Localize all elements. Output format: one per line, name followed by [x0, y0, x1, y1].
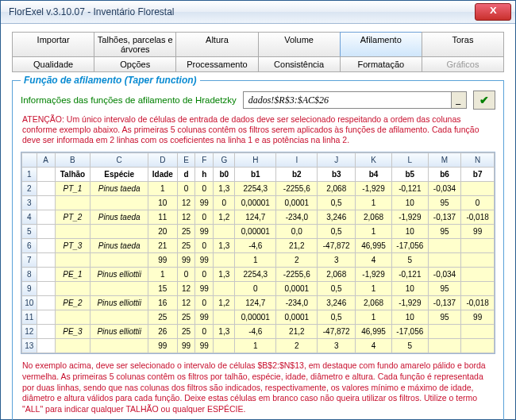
check-icon: ✔	[479, 94, 489, 106]
cell-r8-c8: -2255,6	[276, 268, 318, 282]
cell-r12-c1: PE_3	[55, 325, 90, 339]
header-b3: b3	[318, 168, 356, 182]
cell-r2-c12: -0,034	[428, 182, 461, 196]
range-input-wrap: _	[243, 91, 467, 109]
tab-processamento[interactable]: Processamento	[175, 56, 258, 72]
cell-r8-c3: 1	[148, 268, 177, 282]
cell-r8-c5: 0	[195, 268, 214, 282]
cell-r2-c9: 2,068	[318, 182, 356, 196]
cell-r11-c4: 25	[177, 310, 195, 325]
cell-r12-c6: 1,3	[214, 325, 235, 339]
cell-r7-c10: 4	[356, 253, 392, 268]
tab-afilamento[interactable]: Afilamento	[340, 32, 422, 57]
row-9: 9	[22, 282, 37, 296]
range-picker-button[interactable]: _	[451, 92, 466, 108]
cell-r2-c11: -0,121	[391, 182, 428, 196]
cell-A11	[37, 310, 55, 325]
col-G: G	[214, 153, 235, 168]
cell-r8-c12: -0,034	[428, 268, 461, 282]
row-5: 5	[22, 225, 37, 239]
tab-importar[interactable]: Importar	[12, 32, 94, 57]
cell-r5-c1	[55, 225, 90, 239]
row-1: 1	[22, 168, 37, 182]
client-area: ImportarTalhões, parcelas e árvoresAltur…	[1, 24, 515, 420]
cell-r7-c6	[214, 253, 235, 268]
cell-r4-c4: 12	[177, 210, 195, 225]
range-confirm-button[interactable]: ✔	[473, 91, 495, 110]
cell-r4-c7: 124,7	[235, 210, 276, 225]
cell-r4-c3: 11	[148, 210, 177, 225]
cell-r3-c1	[55, 196, 90, 210]
tab-qualidade[interactable]: Qualidade	[12, 56, 94, 72]
cell-r5-c5: 99	[195, 225, 214, 239]
tab-toras[interactable]: Toras	[422, 32, 504, 57]
cell-r7-c5: 99	[195, 253, 214, 268]
row-10: 10	[22, 296, 37, 310]
cell-r5-c4: 25	[177, 225, 195, 239]
cell-r3-c4: 12	[177, 196, 195, 210]
cell-r5-c6	[214, 225, 235, 239]
tab-row-top: ImportarTalhões, parcelas e árvoresAltur…	[12, 32, 504, 57]
tab-talh-es-parcelas-e-rvores[interactable]: Talhões, parcelas e árvores	[94, 32, 176, 57]
tab-consist-ncia[interactable]: Consistência	[258, 56, 341, 72]
header-b0: b0	[214, 168, 235, 182]
cell-r7-c3: 99	[148, 253, 177, 268]
cell-r7-c12	[428, 253, 461, 268]
cell-r3-c3: 10	[148, 196, 177, 210]
cell-r7-c1	[55, 253, 90, 268]
window-close-button[interactable]: X	[475, 3, 511, 21]
tab-formata-o[interactable]: Formatação	[340, 56, 422, 72]
cell-r9-c13	[461, 282, 495, 296]
header-b1: b1	[235, 168, 276, 182]
cell-r8-c1: PE_1	[55, 268, 90, 282]
cell-r2-c6: 1,3	[214, 182, 235, 196]
cell-r6-c10: 46,995	[356, 239, 392, 253]
cell-r13-c13	[461, 339, 495, 353]
help-text: No exemplo acima, deve ser selecionado o…	[22, 360, 494, 414]
cell-r11-c1	[55, 310, 90, 325]
cell-r4-c2: Pinus taeda	[90, 210, 148, 225]
cell-r9-c12: 95	[428, 282, 461, 296]
cell-r9-c3: 15	[148, 282, 177, 296]
cell-r13-c5: 99	[195, 339, 214, 353]
cell-r5-c9: 0,5	[318, 225, 356, 239]
cell-r6-c6: 1,3	[214, 239, 235, 253]
col-F: F	[195, 153, 214, 168]
row-2: 2	[22, 182, 37, 196]
header-b5: b5	[391, 168, 428, 182]
cell-r4-c11: -1,929	[391, 210, 428, 225]
cell-r9-c9: 0,5	[318, 282, 356, 296]
cell-r5-c2	[90, 225, 148, 239]
cell-r3-c12: 95	[428, 196, 461, 210]
cell-r8-c2: Pinus elliottii	[90, 268, 148, 282]
example-sheet: ABCDEFGHIJKLMN1TalhãoEspécieIdadedhb0b1b…	[21, 152, 495, 354]
cell-r11-c5: 99	[195, 310, 214, 325]
cell-r3-c10: 1	[356, 196, 392, 210]
cell-r2-c1: PT_1	[55, 182, 90, 196]
cell-r11-c8: 0,0001	[276, 310, 318, 325]
cell-A1	[37, 168, 55, 182]
cell-r2-c2: Pinus taeda	[90, 182, 148, 196]
row-12: 12	[22, 325, 37, 339]
col-I: I	[276, 153, 318, 168]
tab-op-es[interactable]: Opções	[94, 56, 176, 72]
tab-volume[interactable]: Volume	[258, 32, 341, 57]
range-input[interactable]	[244, 92, 451, 108]
cell-r13-c8: 2	[276, 339, 318, 353]
corner-cell	[22, 153, 37, 168]
cell-r10-c12: -0,137	[428, 296, 461, 310]
header-Talhão: Talhão	[55, 168, 90, 182]
cell-r6-c8: 21,2	[276, 239, 318, 253]
header-d: d	[177, 168, 195, 182]
cell-A13	[37, 339, 55, 353]
cell-r12-c4: 25	[177, 325, 195, 339]
tab-altura[interactable]: Altura	[175, 32, 258, 57]
cell-A8	[37, 268, 55, 282]
cell-r13-c6	[214, 339, 235, 353]
cell-r8-c11: -0,121	[391, 268, 428, 282]
cell-r6-c4: 25	[177, 239, 195, 253]
warning-text: ATENÇÃO: Um único intervalo de células d…	[22, 114, 494, 145]
cell-r11-c13: 99	[461, 310, 495, 325]
cell-r7-c8: 2	[276, 253, 318, 268]
cell-r7-c2	[90, 253, 148, 268]
